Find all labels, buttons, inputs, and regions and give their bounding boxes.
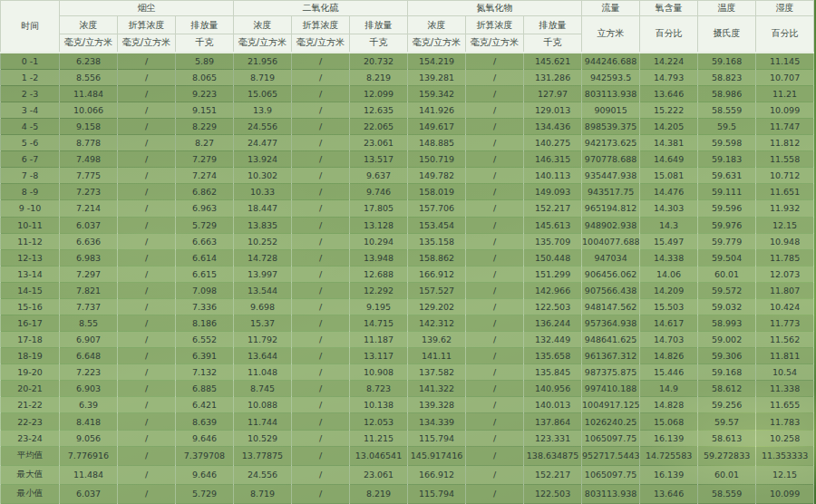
value-cell: 59.256 (698, 397, 756, 413)
value-cell: 10.712 (756, 168, 814, 184)
time-cell: 3 -4 (1, 102, 60, 118)
time-cell: 平均值 (1, 446, 60, 465)
value-cell: 12.073 (756, 266, 814, 282)
value-cell: 140.013 (524, 397, 582, 413)
value-cell: 14.9 (640, 381, 698, 397)
value-cell: 6.614 (176, 249, 234, 266)
value-cell: / (118, 69, 176, 85)
value-cell: 14.725583 (640, 446, 698, 465)
value-cell: 7.223 (60, 364, 118, 381)
value-cell: / (466, 446, 524, 465)
value-cell: 13.644 (234, 348, 292, 364)
value-cell: / (466, 135, 524, 151)
value-cell: 5.89 (176, 53, 234, 70)
value-cell: 122.503 (524, 298, 582, 315)
value-cell: 7.821 (60, 282, 118, 298)
unit-temperature: 摄氏度 (698, 16, 756, 53)
time-cell: 18-19 (1, 348, 60, 364)
value-cell: 948641.625 (582, 332, 640, 348)
value-cell: / (292, 119, 350, 135)
value-cell: 7.775 (60, 168, 118, 184)
time-cell: 8 -9 (1, 184, 60, 200)
value-cell: 8.219 (350, 69, 408, 85)
value-cell: 8.719 (234, 69, 292, 85)
value-cell: / (292, 53, 350, 70)
value-cell: 132.449 (524, 332, 582, 348)
time-cell: 13-14 (1, 266, 60, 282)
value-cell: 11.812 (756, 135, 814, 151)
value-cell: 9.746 (350, 184, 408, 200)
value-cell: / (466, 151, 524, 168)
value-cell: 11.792 (234, 332, 292, 348)
table-row: 6 -77.498/7.27913.924/13.517150.719/146.… (1, 151, 814, 168)
value-cell: / (292, 484, 350, 503)
unit-dust-emission: 千克 (176, 34, 234, 53)
table-row: 20-216.903/6.8858.745/8.723141.322/140.9… (1, 381, 814, 397)
value-cell: 8.229 (176, 119, 234, 135)
value-cell: 145.917416 (408, 446, 466, 465)
value-cell: 6.037 (60, 217, 118, 233)
value-cell: 6.885 (176, 381, 234, 397)
value-cell: 10.707 (756, 69, 814, 85)
value-cell: 8.186 (176, 315, 234, 332)
value-cell: 14.476 (640, 184, 698, 200)
table-body: 0 -16.238/5.8921.956/20.732154.219/145.6… (1, 53, 814, 504)
value-cell: 7.297 (60, 266, 118, 282)
value-cell: 59.631 (698, 168, 756, 184)
value-cell: 9.698 (234, 298, 292, 315)
value-cell: 15.503 (640, 298, 698, 315)
value-cell: 898539.375 (582, 119, 640, 135)
value-cell: 8.065 (176, 69, 234, 85)
value-cell: 8.219 (350, 484, 408, 503)
value-cell: 13.646 (640, 85, 698, 102)
value-cell: 8.719 (234, 484, 292, 503)
value-cell: / (466, 298, 524, 315)
value-cell: 13.924 (234, 151, 292, 168)
value-cell: 10.258 (756, 430, 814, 446)
time-cell: 22-23 (1, 413, 60, 430)
group-header-dust: 烟尘 (60, 1, 234, 16)
value-cell: 15.497 (640, 233, 698, 249)
value-cell: 803113.938 (582, 484, 640, 503)
value-cell: / (118, 381, 176, 397)
table-row: 最小值6.037/5.7298.719/8.219115.794/122.503… (1, 484, 814, 503)
value-cell: / (466, 233, 524, 249)
value-cell: 141.926 (408, 102, 466, 118)
value-cell: 965194.812 (582, 200, 640, 217)
subcol-dust-emission: 排放量 (176, 16, 234, 34)
value-cell: 60.01 (698, 266, 756, 282)
value-cell: 14.209 (640, 282, 698, 298)
value-cell: 13.517 (350, 151, 408, 168)
value-cell: 59.5 (698, 119, 756, 135)
value-cell: 9.223 (176, 85, 234, 102)
value-cell: 961367.312 (582, 348, 640, 364)
time-cell: 21-22 (1, 397, 60, 413)
value-cell: / (466, 266, 524, 282)
value-cell: 15.446 (640, 364, 698, 381)
table-header: 时间 烟尘 二氧化硫 氮氧化物 流量 氧含量 温度 湿度 浓度 折算浓度 排放量… (1, 1, 814, 53)
value-cell: 140.275 (524, 135, 582, 151)
value-cell: 138.634875 (524, 446, 582, 465)
value-cell: / (292, 332, 350, 348)
value-cell: 122.503 (524, 484, 582, 503)
value-cell: 129.013 (524, 102, 582, 118)
value-cell: 12.292 (350, 282, 408, 298)
value-cell: 12.15 (756, 217, 814, 233)
value-cell: 20.732 (350, 53, 408, 70)
value-cell: / (292, 200, 350, 217)
value-cell: / (292, 151, 350, 168)
value-cell: 153.454 (408, 217, 466, 233)
value-cell: / (466, 69, 524, 85)
value-cell: 944246.688 (582, 53, 640, 70)
value-cell: / (292, 348, 350, 364)
unit-nox-emission: 千克 (524, 34, 582, 53)
value-cell: 24.477 (234, 135, 292, 151)
value-cell: 13.544 (234, 282, 292, 298)
value-cell: / (292, 446, 350, 465)
value-cell: / (466, 364, 524, 381)
value-cell: 10.099 (756, 484, 814, 503)
value-cell: / (118, 364, 176, 381)
table-row: 15-167.737/7.3369.698/9.195129.202/122.5… (1, 298, 814, 315)
value-cell: 127.97 (524, 85, 582, 102)
value-cell: / (118, 397, 176, 413)
